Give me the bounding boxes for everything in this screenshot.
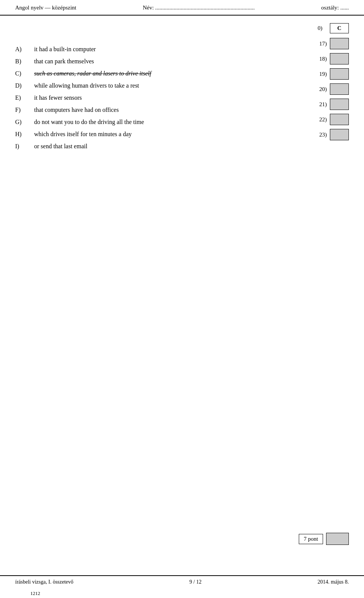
- answer-area: 0) C 17) 18) 19) 20): [288, 23, 349, 144]
- answer-box-17[interactable]: [330, 38, 349, 49]
- option-letter-i: I): [15, 143, 34, 150]
- option-letter-h: H): [15, 131, 34, 138]
- footer-code: 1212: [15, 590, 55, 597]
- header-subject: Angol nyelv — középszint: [15, 5, 76, 11]
- option-letter-g: G): [15, 119, 34, 126]
- header: Angol nyelv — középszint Név: ..........…: [0, 0, 364, 16]
- footer-page: 9 / 12: [190, 579, 202, 585]
- answer-row-19: 19): [288, 68, 349, 80]
- score-section: 7 pont: [299, 533, 349, 545]
- answer-row-21: 21): [288, 99, 349, 110]
- option-text-b: that can park themselves: [34, 58, 94, 65]
- answer-header-letter: C: [330, 23, 349, 33]
- header-name: Név: ...................................…: [76, 5, 321, 11]
- option-letter-d: D): [15, 82, 34, 89]
- option-text-a: it had a built-in computer: [34, 46, 96, 53]
- footer-exam-info: írásbeli vizsga, I. összetevő: [15, 579, 74, 585]
- main-content: 0) C 17) 18) 19) 20): [0, 16, 364, 575]
- option-letter-a: A): [15, 46, 34, 53]
- answer-row-20: 20): [288, 83, 349, 95]
- option-text-d: while allowing human drivers to take a r…: [34, 82, 139, 89]
- answer-num-19: 19): [313, 71, 327, 77]
- footer-code-row: 1212: [0, 588, 364, 598]
- option-letter-e: E): [15, 94, 34, 101]
- answer-header-row: 0) C: [288, 23, 349, 33]
- score-label: 7 pont: [299, 534, 323, 544]
- answer-box-22[interactable]: [330, 114, 349, 125]
- option-letter-b: B): [15, 58, 34, 65]
- answer-num-21: 21): [313, 101, 327, 108]
- footer-date: 2014. május 8.: [318, 579, 349, 585]
- answer-num-20: 20): [313, 86, 327, 93]
- option-letter-c: C): [15, 70, 34, 77]
- option-text-e: it has fewer sensors: [34, 94, 82, 101]
- option-text-f: that computers have had on offices: [34, 107, 119, 113]
- header-class: osztály: ......: [321, 5, 349, 11]
- answer-num-23: 23): [313, 132, 327, 138]
- answer-row-17: 17): [288, 38, 349, 49]
- answer-num-22: 22): [313, 116, 327, 123]
- option-letter-f: F): [15, 107, 34, 113]
- answer-box-21[interactable]: [330, 99, 349, 110]
- answer-num-18: 18): [313, 56, 327, 62]
- answer-box-18[interactable]: [330, 53, 349, 64]
- option-text-c: such as cameras, radar and lasers to dri…: [34, 70, 151, 77]
- answer-row-18: 18): [288, 53, 349, 64]
- footer: írásbeli vizsga, I. összetevő 9 / 12 201…: [0, 575, 364, 588]
- answer-num-17: 17): [313, 41, 327, 47]
- answer-box-23[interactable]: [330, 129, 349, 140]
- option-text-h: which drives itself for ten minutes a da…: [34, 131, 132, 138]
- option-text-i: or send that last email: [34, 143, 87, 150]
- page-wrapper: Angol nyelv — középszint Név: ..........…: [0, 0, 364, 598]
- answer-header-num: 0): [313, 25, 327, 31]
- answer-row-22: 22): [288, 114, 349, 125]
- answer-box-20[interactable]: [330, 83, 349, 95]
- option-text-g: do not want you to do the driving all th…: [34, 119, 144, 126]
- score-box[interactable]: [326, 533, 349, 545]
- answer-row-23: 23): [288, 129, 349, 140]
- answer-box-19[interactable]: [330, 68, 349, 80]
